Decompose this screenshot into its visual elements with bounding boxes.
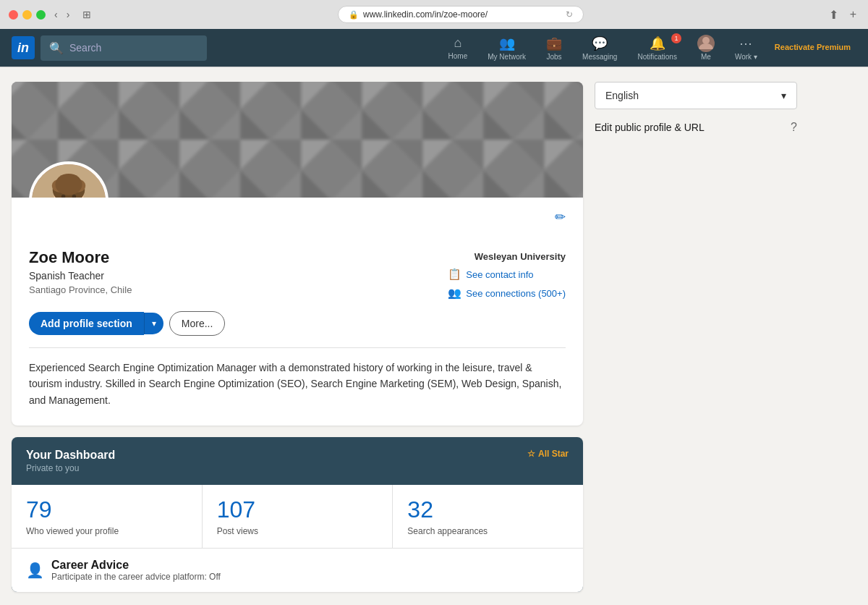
- nav-messaging-label: Messaging: [582, 53, 617, 61]
- stat-search-appearances[interactable]: 32 Search appearances: [393, 485, 583, 548]
- notifications-icon: 🔔: [650, 35, 665, 51]
- linkedin-navbar: in 🔍 ⌂ Home 👥 My Network 💼 Jobs 💬 Messag…: [0, 29, 868, 67]
- profile-avatar-wrap: [29, 161, 109, 198]
- browser-actions: ⬆ +: [826, 7, 859, 23]
- titlebar: ‹ › ⊞ 🔒 www.linkedin.com/in/zoe-moore/ ↻…: [0, 0, 868, 29]
- add-section-caret[interactable]: ▾: [144, 313, 163, 334]
- profile-card: ✏ Zoe Moore Spanish Teacher Santiago Pro…: [12, 82, 583, 426]
- dashboard-subtitle: Private to you: [26, 463, 115, 473]
- page-content: ✏ Zoe Moore Spanish Teacher Santiago Pro…: [0, 67, 868, 605]
- add-section-dropdown: Add profile section ▾: [29, 311, 163, 336]
- career-advice-row[interactable]: 👤 Career Advice Participate in the caree…: [12, 548, 583, 592]
- university-name: Wesleyan University: [448, 251, 566, 262]
- dashboard-stats: 79 Who viewed your profile 107 Post view…: [12, 485, 583, 548]
- premium-button[interactable]: Reactivate Premium: [769, 42, 856, 54]
- language-selector[interactable]: English ▾: [595, 82, 797, 109]
- profile-views-number: 79: [26, 496, 187, 523]
- close-button[interactable]: [9, 10, 18, 20]
- jobs-icon: 💼: [546, 35, 562, 51]
- dashboard-card: Your Dashboard Private to you ☆ All Star…: [12, 437, 583, 592]
- edit-public-profile-link[interactable]: Edit public profile & URL ?: [595, 118, 797, 137]
- allstar-label: All Star: [538, 449, 569, 459]
- profile-right: Wesleyan University 📋 See contact info 👥…: [448, 248, 566, 300]
- main-column: ✏ Zoe Moore Spanish Teacher Santiago Pro…: [12, 82, 583, 592]
- contact-info-link[interactable]: 📋 See contact info: [448, 268, 566, 281]
- search-input[interactable]: [69, 42, 198, 54]
- more-button[interactable]: More...: [169, 311, 226, 336]
- premium-label: Reactivate Premium: [775, 43, 851, 51]
- edit-profile-button[interactable]: ✏: [555, 209, 566, 225]
- dropdown-chevron-icon: ▾: [781, 90, 786, 101]
- url-bar[interactable]: 🔒 www.linkedin.com/in/zoe-moore/ ↻: [338, 6, 584, 23]
- nav-network[interactable]: 👥 My Network: [479, 29, 535, 67]
- connections-label: See connections (500+): [466, 288, 566, 299]
- network-icon: 👥: [499, 35, 515, 51]
- career-advice-description: Participate in the career advice platfor…: [51, 572, 221, 582]
- profile-info-row: Zoe Moore Spanish Teacher Santiago Provi…: [29, 248, 566, 300]
- notifications-badge: 1: [671, 33, 681, 43]
- lock-icon: 🔒: [349, 10, 359, 20]
- share-button[interactable]: ⬆: [826, 7, 841, 23]
- career-advice-text: Career Advice Participate in the career …: [51, 559, 221, 582]
- address-bar: 🔒 www.linkedin.com/in/zoe-moore/ ↻: [101, 6, 820, 23]
- messaging-icon: 💬: [592, 35, 608, 51]
- allstar-badge: ☆ All Star: [527, 449, 569, 459]
- maximize-button[interactable]: [36, 10, 46, 20]
- add-section-button[interactable]: Add profile section: [29, 312, 144, 335]
- search-box[interactable]: 🔍: [41, 35, 207, 61]
- post-views-label: Post views: [217, 526, 378, 536]
- stat-profile-views[interactable]: 79 Who viewed your profile: [12, 485, 203, 548]
- profile-summary: Experienced Search Engine Optimization M…: [29, 360, 566, 414]
- nav-notifications[interactable]: 🔔 1 Notifications: [629, 29, 685, 67]
- user-avatar-small: [697, 35, 715, 52]
- profile-divider: [29, 347, 566, 348]
- profile-views-label: Who viewed your profile: [26, 526, 187, 536]
- minimize-button[interactable]: [22, 10, 32, 20]
- refresh-icon[interactable]: ↻: [566, 9, 573, 20]
- profile-actions: Add profile section ▾ More...: [29, 311, 566, 336]
- profile-name: Zoe Moore: [29, 248, 132, 267]
- connections-icon: 👥: [448, 287, 461, 300]
- stat-post-views[interactable]: 107 Post views: [203, 485, 393, 548]
- nav-network-label: My Network: [488, 53, 526, 61]
- browser-chrome: ‹ › ⊞ 🔒 www.linkedin.com/in/zoe-moore/ ↻…: [0, 0, 868, 67]
- url-text: www.linkedin.com/in/zoe-moore/: [363, 9, 488, 20]
- right-sidebar: English ▾ Edit public profile & URL ?: [595, 82, 797, 592]
- linkedin-logo[interactable]: in: [12, 36, 35, 59]
- contact-info-label: See contact info: [466, 269, 533, 280]
- nav-jobs[interactable]: 💼 Jobs: [537, 29, 571, 67]
- career-advice-title: Career Advice: [51, 559, 221, 572]
- profile-info-section: ✏ Zoe Moore Spanish Teacher Santiago Pro…: [12, 198, 583, 426]
- profile-avatar: [29, 161, 109, 198]
- profile-left: Zoe Moore Spanish Teacher Santiago Provi…: [29, 248, 132, 300]
- svg-point-6: [55, 174, 82, 195]
- nav-me[interactable]: Me: [689, 29, 723, 67]
- help-icon[interactable]: ?: [791, 121, 797, 134]
- post-views-number: 107: [217, 496, 378, 523]
- language-label: English: [605, 90, 639, 101]
- dashboard-title-group: Your Dashboard Private to you: [26, 449, 115, 473]
- svg-point-0: [702, 37, 710, 44]
- nav-items: ⌂ Home 👥 My Network 💼 Jobs 💬 Messaging 🔔…: [440, 29, 856, 67]
- dashboard-header: Your Dashboard Private to you ☆ All Star: [12, 437, 583, 476]
- dashboard-title: Your Dashboard: [26, 449, 115, 462]
- connections-link[interactable]: 👥 See connections (500+): [448, 287, 566, 300]
- career-advice-icon: 👤: [26, 562, 44, 579]
- nav-work[interactable]: ⋯ Work ▾: [726, 29, 766, 67]
- nav-me-label: Me: [701, 53, 711, 61]
- contact-info-icon: 📋: [448, 268, 461, 281]
- sidebar-toggle-button[interactable]: ⊞: [78, 7, 95, 22]
- back-button[interactable]: ‹: [51, 7, 61, 22]
- bookmark-button[interactable]: +: [847, 7, 859, 23]
- nav-home[interactable]: ⌂ Home: [440, 29, 477, 67]
- nav-home-label: Home: [448, 52, 468, 60]
- nav-notifications-label: Notifications: [637, 53, 676, 61]
- nav-jobs-label: Jobs: [547, 53, 562, 61]
- star-icon: ☆: [527, 449, 535, 459]
- nav-messaging[interactable]: 💬 Messaging: [574, 29, 626, 67]
- search-appearances-label: Search appearances: [407, 526, 569, 536]
- profile-location: Santiago Province, Chile: [29, 284, 132, 295]
- forward-button[interactable]: ›: [64, 7, 73, 22]
- profile-headline: Spanish Teacher: [29, 270, 132, 282]
- work-icon: ⋯: [739, 35, 752, 51]
